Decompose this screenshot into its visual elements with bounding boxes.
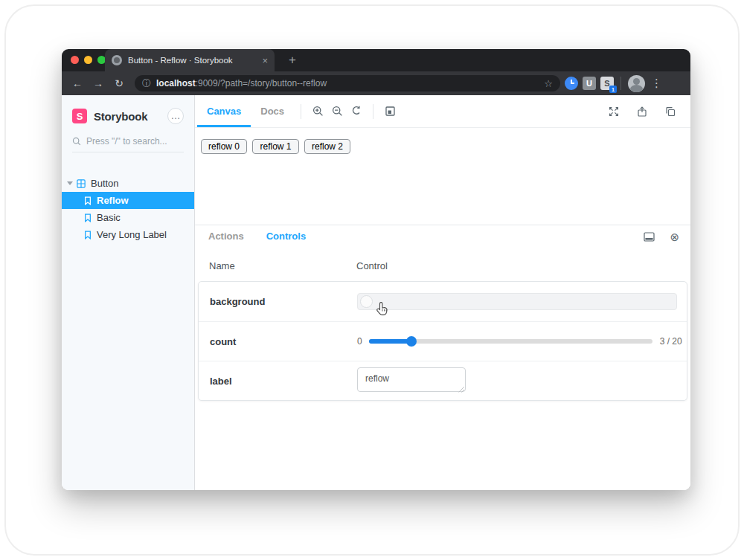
controls-table: background count 0 [198,281,687,401]
traffic-lights [71,56,106,64]
tab-docs[interactable]: Docs [251,95,294,127]
background-toggle-icon[interactable] [380,102,400,121]
range-value-label: 3 / 20 [660,336,682,347]
browser-menu-icon[interactable]: ⋮ [650,77,664,90]
count-slider-fill [369,339,411,344]
tab-close-icon[interactable]: × [262,55,268,66]
url-host: localhost [156,78,196,88]
site-info-icon[interactable]: ⓘ [142,77,151,90]
table-row: background [199,282,687,321]
story-canvas: reflow 0 reflow 1 reflow 2 [195,128,690,225]
browser-tabstrip: Button - Reflow · Storybook × + [62,49,690,71]
table-row: count 0 3 / 20 [199,321,687,361]
share-icon[interactable] [632,102,652,121]
preview-area: Canvas Docs [195,95,690,490]
story-button-reflow-2[interactable]: reflow 2 [304,139,350,154]
storybook-logo-icon: S [72,109,87,123]
color-swatch[interactable] [360,295,373,308]
sidebar-item-very-long-label[interactable]: Very Long Label [62,226,194,243]
address-bar[interactable]: ⓘ localhost :9009/?path=/story/button--r… [135,75,560,91]
url-path: :9009/?path=/story/button--reflow [196,78,540,88]
storybook-favicon-icon [112,55,122,65]
story-button-reflow-0[interactable]: reflow 0 [201,139,247,154]
close-window-button[interactable] [71,56,79,64]
addons-tabbar: Actions Controls ⊗ [195,225,690,248]
sidebar-item-reflow[interactable]: Reflow [62,192,194,209]
brand-title: Storybook [94,110,147,123]
browser-toolbar: ← → ↻ ⓘ localhost :9009/?path=/story/but… [62,71,690,95]
tab-controls[interactable]: Controls [255,225,317,249]
toolbar-divider [373,104,373,119]
toolbar-divider [301,104,301,119]
search-icon [72,137,81,146]
toolbar-divider [620,77,621,90]
count-range-control: 0 3 / 20 [357,336,687,347]
table-row: label reflow [199,361,687,400]
profile-avatar[interactable] [628,75,645,92]
panel-close-icon[interactable]: ⊗ [670,231,679,242]
zoom-in-icon[interactable] [308,102,327,121]
story-label: Reflow [97,195,129,206]
sidebar-menu-button[interactable]: … [167,108,184,124]
reload-button[interactable]: ↻ [111,75,127,91]
search-input[interactable] [86,136,176,147]
sidebar-search[interactable] [72,136,184,152]
zoom-out-icon[interactable] [327,102,347,121]
back-button[interactable]: ← [69,75,86,91]
extension-badge: 1 [609,86,617,93]
component-label: Button [91,178,119,189]
bookmark-icon [84,196,92,205]
extension-s-icon[interactable]: S 1 [600,77,614,90]
label-text-control[interactable]: reflow [357,367,466,392]
component-icon [77,179,86,188]
tab-actions[interactable]: Actions [197,225,255,249]
count-slider[interactable] [369,339,652,344]
count-slider-thumb[interactable] [406,336,417,347]
background-color-control[interactable] [357,293,677,310]
column-header-control: Control [356,260,687,271]
sidebar-item-button[interactable]: Button [62,175,194,192]
sidebar-item-basic[interactable]: Basic [62,209,194,226]
copy-link-icon[interactable] [661,102,680,121]
arg-name-background: background [210,296,357,307]
storybook-app: S Storybook … [62,95,690,490]
fullscreen-icon[interactable] [604,102,623,121]
tab-canvas[interactable]: Canvas [197,95,251,127]
controls-panel: Name Control background count 0 [195,248,690,490]
new-tab-button[interactable]: + [283,51,301,69]
zoom-reset-icon[interactable] [347,102,366,121]
extension-clock-icon[interactable] [565,77,578,90]
browser-tab[interactable]: Button - Reflow · Storybook × [105,49,275,71]
bookmark-icon [84,231,92,239]
arg-name-count: count [210,336,357,347]
range-min-label: 0 [357,336,362,347]
minimize-window-button[interactable] [84,56,92,64]
tab-title: Button - Reflow · Storybook [128,56,257,65]
chevron-down-icon[interactable] [67,181,73,185]
sidebar: S Storybook … [62,95,195,490]
bookmark-icon [84,213,92,222]
story-label: Very Long Label [97,229,167,240]
arg-name-label: label [210,376,357,387]
bookmark-star-icon[interactable]: ☆ [544,78,553,89]
extension-u-icon[interactable]: U [583,77,596,90]
story-label: Basic [97,212,121,223]
panel-position-icon[interactable] [639,228,658,247]
forward-button[interactable]: → [90,75,106,91]
story-tree: Button Reflow Basi [62,175,194,243]
canvas-toolbar: Canvas Docs [195,95,690,128]
column-header-name: Name [209,260,356,271]
browser-window: Button - Reflow · Storybook × + ← → ↻ ⓘ … [62,49,690,490]
story-button-reflow-1[interactable]: reflow 1 [252,139,298,154]
